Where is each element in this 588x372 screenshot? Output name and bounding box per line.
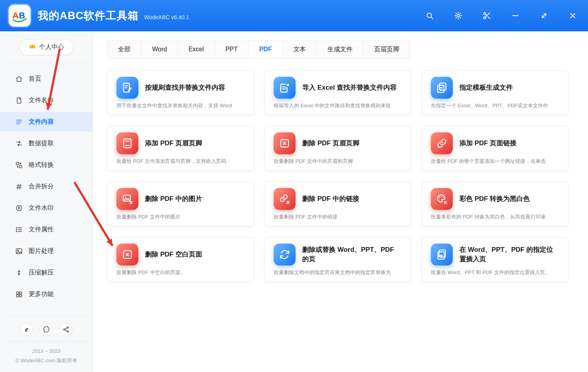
crown-icon [29, 43, 36, 52]
sidebar-item-home[interactable]: 首页 [0, 69, 93, 88]
sidebar-item-file-properties[interactable]: 文件属性 [0, 220, 93, 239]
sidebar-item-label: 首页 [29, 75, 41, 83]
card-pdf-remove-link[interactable]: 删除 PDF 中的链接 批量删除 PDF 文件中的链接 [265, 182, 411, 226]
tool-card-title: 在 Word、PPT、PDF 的指定位置插入页 [459, 245, 559, 264]
merge-split-icon [15, 182, 23, 190]
data-extract-icon [15, 139, 23, 147]
tool-card-title: 删除 PDF 中的链接 [302, 194, 359, 204]
minimize-icon[interactable] [510, 11, 521, 21]
tool-card-title: 删除或替换 Word、PPT、PDF 的页 [302, 245, 402, 264]
share-icon[interactable] [59, 323, 73, 336]
file-name-icon [15, 96, 23, 104]
sidebar-item-label: 更多功能 [29, 290, 54, 298]
sidebar-item-label: 文件内容 [29, 118, 54, 126]
doc-edit-icon [116, 77, 138, 99]
tab-excel[interactable]: Excel [178, 40, 215, 59]
pdf-grayscale-icon [431, 188, 453, 210]
card-swap-pages[interactable]: 删除或替换 Word、PPT、PDF 的页 批量删除文档中的指定页或将文档中的指… [265, 237, 411, 282]
pdf-remove-link-icon [274, 188, 296, 210]
doc-excel-icon [274, 77, 296, 99]
format-convert-icon [15, 161, 23, 169]
chat-icon[interactable] [40, 323, 53, 336]
image-process-icon [15, 247, 23, 255]
sidebar-item-more[interactable]: 更多功能 [0, 284, 93, 304]
sidebar-item-file-content[interactable]: 文件内容 [0, 112, 93, 132]
docs-stack-icon [431, 77, 453, 99]
tab-text[interactable]: 文本 [282, 40, 317, 59]
watermark-icon [15, 204, 23, 212]
sidebar-item-format-convert[interactable]: 格式转换 [0, 155, 93, 175]
home-icon [15, 75, 23, 83]
browser-icon[interactable]: e [20, 323, 33, 336]
file-properties-icon [15, 226, 23, 233]
search-icon[interactable] [425, 11, 435, 21]
tool-card-desc: 批量删除文档中的指定页或将文档中的指定页替换为 [274, 269, 402, 276]
tool-card-desc: 批量删除 PDF 文件中的链接 [274, 213, 402, 220]
title-group: 我的ABC软件工具箱 WodeABC v6.40.1 [38, 9, 189, 23]
tool-card-grid: 按规则查找并替换文件内容 用于批量在文件中查找并替换相关内容，支持 Word 导… [93, 59, 588, 294]
tool-card-desc: 根据导入的 Excel 中的文件路径和查找替换规则来批 [274, 102, 402, 109]
tool-card-title: 导入 Excel 查找并替换文件内容 [302, 83, 397, 92]
tool-card-desc: 批量删除 PDF 文件中的页眉和页脚 [274, 158, 402, 165]
card-pdf-add-header-footer[interactable]: 添加 PDF 页眉页脚 批量给 PDF 文件添加页眉与页脚，支持嵌入页码 [107, 126, 254, 171]
tab-generate-file[interactable]: 生成文件 [316, 40, 363, 59]
tab-all[interactable]: 全部 [107, 40, 142, 59]
sidebar-item-label: 数据提取 [29, 139, 54, 148]
sidebar-item-data-extract[interactable]: 数据提取 [0, 134, 93, 153]
settings-icon[interactable] [453, 11, 463, 21]
tab-word[interactable]: Word [141, 40, 178, 59]
tab-ppt[interactable]: PPT [214, 40, 249, 59]
tool-card-desc: 批量删除 PDF 中空白的页面。 [116, 269, 245, 276]
card-pdf-remove-image[interactable]: 删除 PDF 中的图片 批量删除 PDF 文件中的图片 [107, 182, 254, 226]
card-pdf-remove-blank[interactable]: 删除 PDF 空白页面 批量删除 PDF 中空白的页面。 [107, 237, 254, 282]
tab-pdf[interactable]: PDF [248, 40, 283, 59]
scissors-icon[interactable] [482, 11, 492, 21]
sidebar: 个人中心 首页 文件名称 文件内容 数据提取 [0, 31, 93, 372]
titlebar-actions [425, 11, 578, 21]
sidebar-item-merge-split[interactable]: 合并拆分 [0, 177, 93, 196]
svg-text:B: B [19, 11, 25, 20]
sidebar-item-watermark[interactable]: 文件水印 [0, 198, 93, 218]
tab-header-footer[interactable]: 页眉页脚 [363, 40, 410, 59]
category-tabs: 全部 Word Excel PPT PDF 文本 生成文件 页眉页脚 [107, 40, 588, 59]
card-pdf-grayscale[interactable]: 彩色 PDF 转换为黑白色 批量将彩色的 PDF 转换为黑白色，从而提高打印速 [422, 182, 568, 226]
swap-pages-icon [274, 244, 296, 265]
pdf-add-link-icon [431, 132, 453, 154]
tool-card-title: 添加 PDF 页眉页脚 [145, 139, 202, 148]
pdf-remove-blank-icon [116, 244, 138, 265]
app-logo-icon: A B [11, 7, 29, 25]
titlebar: A B 我的ABC软件工具箱 WodeABC v6.40.1 [0, 0, 588, 31]
svg-text:A: A [13, 11, 19, 20]
profile-center-button[interactable]: 个人中心 [20, 39, 73, 55]
copyright-owner: © WodeABC.com 版权所有 [0, 356, 93, 365]
tool-card-desc: 批量将彩色的 PDF 转换为黑白色，从而提高打印速 [431, 213, 559, 220]
card-pdf-remove-header-footer[interactable]: 删除 PDF 页眉页脚 批量删除 PDF 文件中的页眉和页脚 [265, 126, 411, 171]
tool-card-title: 指定模板生成文件 [459, 83, 513, 92]
copyright-years: 2013 ~ 2023 [0, 347, 93, 356]
maximize-icon[interactable] [539, 11, 549, 21]
pdf-remove-image-icon [116, 188, 138, 210]
card-find-replace-content[interactable]: 按规则查找并替换文件内容 用于批量在文件中查找并替换相关内容，支持 Word [107, 70, 254, 115]
sidebar-footer: e 2013 ~ 2023 © WodeABC.com 版权所有 [0, 316, 93, 372]
sidebar-nav: 首页 文件名称 文件内容 数据提取 格式转换 [0, 63, 93, 306]
pdf-header-footer-icon [116, 132, 138, 154]
close-icon[interactable] [568, 11, 578, 21]
tool-card-desc: 批量给 PDF 文件添加页眉与页脚，支持嵌入页码 [116, 158, 245, 165]
tool-card-title: 删除 PDF 页眉页脚 [302, 139, 359, 148]
sidebar-item-label: 文件水印 [29, 204, 54, 212]
sidebar-item-label: 格式转换 [29, 161, 54, 169]
sidebar-item-label: 图片处理 [29, 247, 54, 255]
tool-card-desc: 用于批量在文件中查找并替换相关内容，支持 Word [116, 102, 245, 109]
app-window: A B 我的ABC软件工具箱 WodeABC v6.40.1 [0, 0, 588, 372]
tool-card-desc: 批量给 PDF 的整个页面添加一个网址链接，在单击 [431, 158, 559, 165]
sidebar-item-file-name[interactable]: 文件名称 [0, 90, 93, 110]
sidebar-item-compress[interactable]: 压缩解压 [0, 263, 93, 282]
card-pdf-add-link[interactable]: 添加 PDF 页面链接 批量给 PDF 的整个页面添加一个网址链接，在单击 [422, 126, 568, 171]
card-insert-pages[interactable]: 在 Word、PPT、PDF 的指定位置插入页 批量在 Word、PPT 和 P… [422, 237, 568, 282]
card-template-generate[interactable]: 指定模板生成文件 先指定一个 Excel、Word、PPT、PDF或文本文件作 [422, 70, 568, 115]
app-title: 我的ABC软件工具箱 [38, 9, 139, 23]
sidebar-item-image-process[interactable]: 图片处理 [0, 241, 93, 261]
tool-card-title: 彩色 PDF 转换为黑白色 [459, 194, 530, 204]
card-excel-find-replace[interactable]: 导入 Excel 查找并替换文件内容 根据导入的 Excel 中的文件路径和查找… [265, 70, 411, 115]
tool-card-title: 按规则查找并替换文件内容 [145, 83, 225, 92]
